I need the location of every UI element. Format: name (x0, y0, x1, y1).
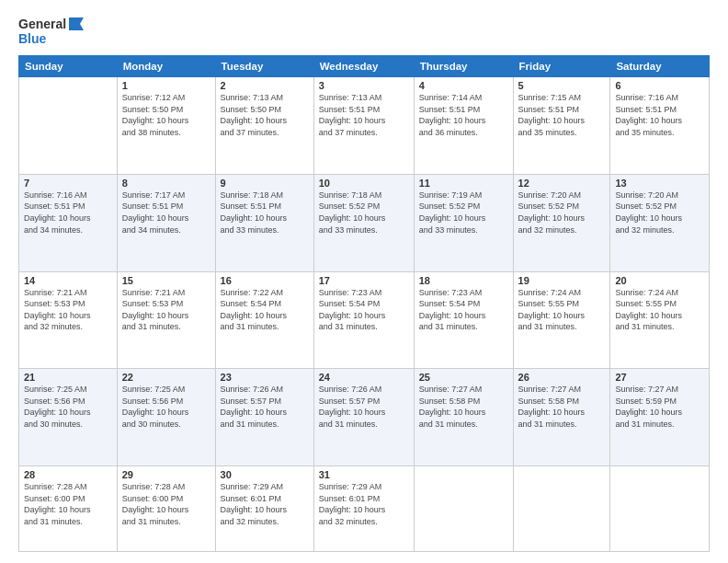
day-info: Sunrise: 7:28 AM Sunset: 6:00 PM Dayligh… (24, 481, 112, 527)
day-number: 1 (122, 80, 210, 91)
day-info: Sunrise: 7:21 AM Sunset: 5:53 PM Dayligh… (122, 287, 210, 333)
calendar-cell: 10Sunrise: 7:18 AM Sunset: 5:52 PM Dayli… (313, 174, 414, 271)
calendar-cell: 27Sunrise: 7:27 AM Sunset: 5:59 PM Dayli… (610, 369, 710, 466)
day-number: 13 (615, 178, 704, 189)
day-number: 7 (24, 178, 112, 189)
calendar-cell: 26Sunrise: 7:27 AM Sunset: 5:58 PM Dayli… (513, 369, 610, 466)
day-info: Sunrise: 7:17 AM Sunset: 5:51 PM Dayligh… (122, 190, 210, 236)
day-number: 9 (221, 178, 309, 189)
calendar-cell: 13Sunrise: 7:20 AM Sunset: 5:52 PM Dayli… (610, 174, 710, 271)
day-info: Sunrise: 7:25 AM Sunset: 5:56 PM Dayligh… (24, 384, 112, 430)
day-info: Sunrise: 7:29 AM Sunset: 6:01 PM Dayligh… (221, 481, 309, 527)
logo-blue-text: Blue (18, 31, 84, 46)
day-number: 23 (221, 372, 309, 383)
day-info: Sunrise: 7:12 AM Sunset: 5:50 PM Dayligh… (122, 92, 210, 138)
calendar-cell: 22Sunrise: 7:25 AM Sunset: 5:56 PM Dayli… (117, 369, 215, 466)
calendar-cell: 2Sunrise: 7:13 AM Sunset: 5:50 PM Daylig… (215, 77, 313, 175)
calendar-cell: 3Sunrise: 7:13 AM Sunset: 5:51 PM Daylig… (313, 77, 414, 175)
day-info: Sunrise: 7:27 AM Sunset: 5:58 PM Dayligh… (518, 384, 606, 430)
day-info: Sunrise: 7:15 AM Sunset: 5:51 PM Dayligh… (518, 92, 606, 138)
calendar-cell: 7Sunrise: 7:16 AM Sunset: 5:51 PM Daylig… (19, 174, 118, 271)
calendar-cell: 18Sunrise: 7:23 AM Sunset: 5:54 PM Dayli… (414, 271, 513, 369)
calendar-cell: 15Sunrise: 7:21 AM Sunset: 5:53 PM Dayli… (117, 271, 215, 369)
calendar-cell (19, 77, 118, 175)
day-number: 22 (122, 372, 210, 383)
day-number: 3 (319, 80, 409, 91)
day-info: Sunrise: 7:28 AM Sunset: 6:00 PM Dayligh… (122, 481, 210, 527)
day-info: Sunrise: 7:26 AM Sunset: 5:57 PM Dayligh… (221, 384, 309, 430)
day-info: Sunrise: 7:14 AM Sunset: 5:51 PM Dayligh… (419, 92, 508, 138)
day-info: Sunrise: 7:13 AM Sunset: 5:50 PM Dayligh… (221, 92, 309, 138)
calendar-cell: 5Sunrise: 7:15 AM Sunset: 5:51 PM Daylig… (513, 77, 610, 175)
weekday-header-thursday: Thursday (414, 56, 513, 77)
calendar-cell: 16Sunrise: 7:22 AM Sunset: 5:54 PM Dayli… (215, 271, 313, 369)
day-info: Sunrise: 7:18 AM Sunset: 5:52 PM Dayligh… (319, 190, 409, 236)
svg-marker-0 (69, 17, 84, 30)
day-number: 30 (221, 469, 309, 480)
calendar-cell: 29Sunrise: 7:28 AM Sunset: 6:00 PM Dayli… (117, 466, 215, 552)
day-number: 27 (615, 372, 704, 383)
weekday-header-wednesday: Wednesday (313, 56, 414, 77)
day-info: Sunrise: 7:19 AM Sunset: 5:52 PM Dayligh… (419, 190, 508, 236)
day-info: Sunrise: 7:21 AM Sunset: 5:53 PM Dayligh… (24, 287, 112, 333)
day-info: Sunrise: 7:26 AM Sunset: 5:57 PM Dayligh… (319, 384, 409, 430)
day-number: 29 (122, 469, 210, 480)
day-info: Sunrise: 7:16 AM Sunset: 5:51 PM Dayligh… (615, 92, 704, 138)
day-info: Sunrise: 7:18 AM Sunset: 5:51 PM Dayligh… (221, 190, 309, 236)
day-number: 14 (24, 275, 112, 286)
calendar-cell: 4Sunrise: 7:14 AM Sunset: 5:51 PM Daylig… (414, 77, 513, 175)
day-number: 24 (319, 372, 409, 383)
day-number: 12 (518, 178, 606, 189)
day-info: Sunrise: 7:16 AM Sunset: 5:51 PM Dayligh… (24, 190, 112, 236)
day-info: Sunrise: 7:20 AM Sunset: 5:52 PM Dayligh… (615, 190, 704, 236)
day-number: 25 (419, 372, 508, 383)
calendar-cell: 8Sunrise: 7:17 AM Sunset: 5:51 PM Daylig… (117, 174, 215, 271)
calendar-cell: 31Sunrise: 7:29 AM Sunset: 6:01 PM Dayli… (313, 466, 414, 552)
day-number: 18 (419, 275, 508, 286)
calendar-cell: 28Sunrise: 7:28 AM Sunset: 6:00 PM Dayli… (19, 466, 118, 552)
day-number: 21 (24, 372, 112, 383)
calendar-cell (513, 466, 610, 552)
logo-flag-icon (69, 17, 84, 30)
calendar-table: SundayMondayTuesdayWednesdayThursdayFrid… (18, 55, 710, 552)
calendar-cell: 9Sunrise: 7:18 AM Sunset: 5:51 PM Daylig… (215, 174, 313, 271)
calendar-cell: 6Sunrise: 7:16 AM Sunset: 5:51 PM Daylig… (610, 77, 710, 175)
day-info: Sunrise: 7:20 AM Sunset: 5:52 PM Dayligh… (518, 190, 606, 236)
day-info: Sunrise: 7:24 AM Sunset: 5:55 PM Dayligh… (615, 287, 704, 333)
day-number: 28 (24, 469, 112, 480)
day-info: Sunrise: 7:23 AM Sunset: 5:54 PM Dayligh… (419, 287, 508, 333)
day-number: 10 (319, 178, 409, 189)
header: GeneralBlue (18, 17, 710, 46)
day-info: Sunrise: 7:13 AM Sunset: 5:51 PM Dayligh… (319, 92, 409, 138)
weekday-header-saturday: Saturday (610, 56, 710, 77)
weekday-header-tuesday: Tuesday (215, 56, 313, 77)
day-number: 11 (419, 178, 508, 189)
day-info: Sunrise: 7:29 AM Sunset: 6:01 PM Dayligh… (319, 481, 409, 527)
calendar-cell: 19Sunrise: 7:24 AM Sunset: 5:55 PM Dayli… (513, 271, 610, 369)
day-number: 31 (319, 469, 409, 480)
calendar-week-row: 21Sunrise: 7:25 AM Sunset: 5:56 PM Dayli… (19, 369, 710, 466)
day-number: 2 (221, 80, 309, 91)
calendar-cell: 1Sunrise: 7:12 AM Sunset: 5:50 PM Daylig… (117, 77, 215, 175)
day-number: 4 (419, 80, 508, 91)
day-number: 8 (122, 178, 210, 189)
day-number: 15 (122, 275, 210, 286)
day-info: Sunrise: 7:25 AM Sunset: 5:56 PM Dayligh… (122, 384, 210, 430)
day-number: 20 (615, 275, 704, 286)
calendar-cell (414, 466, 513, 552)
calendar-cell: 25Sunrise: 7:27 AM Sunset: 5:58 PM Dayli… (414, 369, 513, 466)
day-number: 6 (615, 80, 704, 91)
logo: GeneralBlue (18, 17, 84, 46)
day-number: 19 (518, 275, 606, 286)
weekday-header-monday: Monday (117, 56, 215, 77)
weekday-header-sunday: Sunday (19, 56, 118, 77)
calendar-cell: 12Sunrise: 7:20 AM Sunset: 5:52 PM Dayli… (513, 174, 610, 271)
day-info: Sunrise: 7:24 AM Sunset: 5:55 PM Dayligh… (518, 287, 606, 333)
calendar-week-row: 14Sunrise: 7:21 AM Sunset: 5:53 PM Dayli… (19, 271, 710, 369)
day-info: Sunrise: 7:23 AM Sunset: 5:54 PM Dayligh… (319, 287, 409, 333)
day-info: Sunrise: 7:22 AM Sunset: 5:54 PM Dayligh… (221, 287, 309, 333)
day-number: 5 (518, 80, 606, 91)
calendar-cell: 24Sunrise: 7:26 AM Sunset: 5:57 PM Dayli… (313, 369, 414, 466)
day-number: 17 (319, 275, 409, 286)
calendar-cell: 23Sunrise: 7:26 AM Sunset: 5:57 PM Dayli… (215, 369, 313, 466)
